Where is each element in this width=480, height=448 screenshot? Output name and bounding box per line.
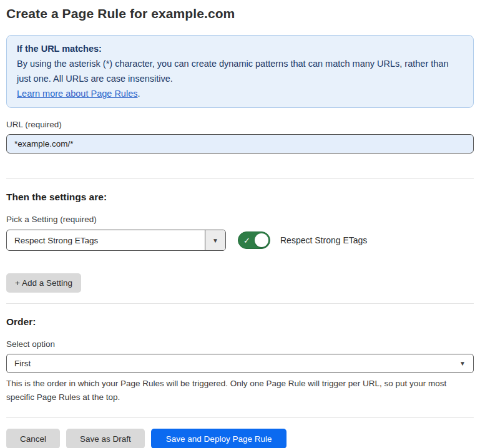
- link-period: .: [137, 89, 140, 99]
- chevron-down-icon[interactable]: ▼: [205, 230, 225, 250]
- order-select[interactable]: First ▼: [6, 354, 474, 373]
- cancel-button[interactable]: Cancel: [6, 429, 60, 448]
- order-select-value: First: [14, 359, 459, 368]
- learn-more-link[interactable]: Learn more about Page Rules: [17, 89, 137, 99]
- add-setting-button[interactable]: + Add a Setting: [6, 273, 81, 293]
- order-help-text: This is the order in which your Page Rul…: [6, 377, 471, 404]
- divider: [6, 178, 474, 179]
- order-section-heading: Order:: [6, 316, 474, 328]
- setting-row: Respect Strong ETags ▼ ✓ Respect Strong …: [6, 230, 474, 251]
- settings-section-heading: Then the settings are:: [6, 192, 474, 203]
- url-input[interactable]: [6, 134, 474, 153]
- setting-dropdown[interactable]: Respect Strong ETags ▼: [6, 230, 226, 251]
- info-box-body: By using the asterisk (*) character, you…: [17, 56, 463, 86]
- page-title: Create a Page Rule for example.com: [6, 6, 474, 21]
- toggle-knob: [255, 233, 268, 247]
- divider: [6, 417, 474, 418]
- url-field-label: URL (required): [6, 120, 474, 129]
- save-and-deploy-button[interactable]: Save and Deploy Page Rule: [151, 429, 287, 448]
- toggle-label: Respect Strong ETags: [280, 235, 367, 245]
- info-box-link-line: Learn more about Page Rules.: [17, 86, 463, 101]
- url-match-info-box: If the URL matches: By using the asteris…: [6, 35, 474, 108]
- chevron-down-icon: ▼: [459, 360, 466, 367]
- setting-toggle[interactable]: ✓: [238, 231, 270, 249]
- info-box-heading: If the URL matches:: [17, 41, 463, 56]
- order-select-label: Select option: [6, 339, 474, 349]
- setting-dropdown-value: Respect Strong ETags: [7, 230, 205, 250]
- save-as-draft-button[interactable]: Save as Draft: [66, 429, 145, 448]
- footer-actions: Cancel Save as Draft Save and Deploy Pag…: [6, 429, 474, 448]
- pick-setting-label: Pick a Setting (required): [6, 215, 474, 224]
- divider: [6, 303, 474, 304]
- check-icon: ✓: [243, 236, 250, 245]
